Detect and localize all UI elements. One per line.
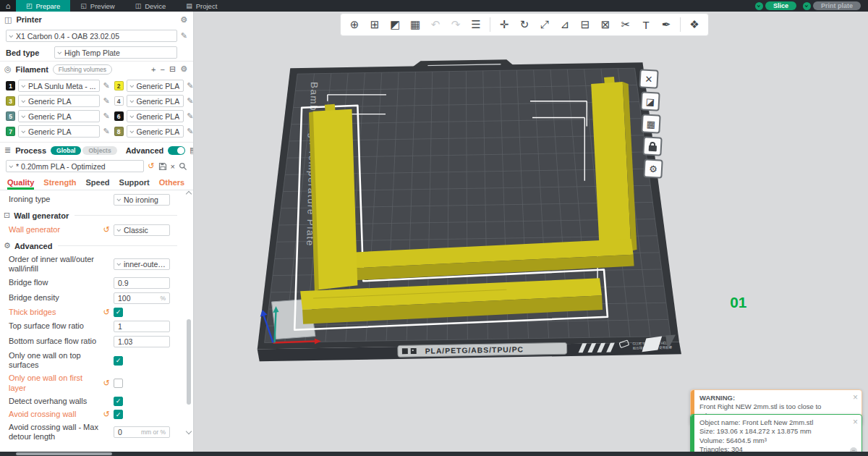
scope-objects-toggle[interactable]: Objects xyxy=(82,146,116,155)
printer-select[interactable]: X1 Carbon 0.4 - OAB 23.02.05 xyxy=(6,30,177,42)
filament-edit-icon[interactable]: ✎ xyxy=(187,81,193,90)
filament-color-badge[interactable]: 3 xyxy=(6,96,15,106)
save-preset-icon[interactable] xyxy=(158,162,167,171)
setting-dropdown[interactable]: No ironing xyxy=(114,194,170,206)
remove-filament-button[interactable]: − xyxy=(160,65,164,74)
setting-input[interactable]: 1.03 xyxy=(114,336,170,347)
filament-color-badge[interactable]: 2 xyxy=(114,81,124,90)
filament-select[interactable]: Generic PLA xyxy=(127,80,184,92)
close-icon[interactable]: × xyxy=(853,392,858,404)
clear-preset-icon[interactable]: × xyxy=(171,162,175,171)
plate-settings-button[interactable]: ⚙ xyxy=(643,159,663,178)
slice-options-dropdown[interactable] xyxy=(755,2,763,10)
filament-color-badge[interactable]: 5 xyxy=(6,111,15,121)
settings-scrollbar[interactable] xyxy=(185,190,192,435)
layers-icon[interactable]: ☰ xyxy=(467,15,485,34)
lock-plate-button[interactable] xyxy=(642,136,662,156)
process-tab-speed[interactable]: Speed xyxy=(86,178,110,190)
filament-edit-icon[interactable]: ✎ xyxy=(187,127,193,136)
print-plate-button[interactable]: Print plate xyxy=(813,1,861,10)
setting-checkbox[interactable]: ✓ xyxy=(114,308,123,317)
advanced-toggle[interactable] xyxy=(168,146,185,155)
paint-icon[interactable]: ✒ xyxy=(657,15,676,34)
filament-edit-icon[interactable]: ✎ xyxy=(187,111,193,121)
arrange-icon[interactable]: ▦ xyxy=(406,15,425,34)
setting-dropdown[interactable]: Classic xyxy=(114,224,170,236)
filament-color-badge[interactable]: 7 xyxy=(6,127,15,136)
reset-setting-icon[interactable]: ↺ xyxy=(103,379,109,388)
text-icon[interactable]: T xyxy=(637,15,655,34)
setting-input[interactable]: 100% xyxy=(114,292,170,304)
scrollbar-thumb[interactable] xyxy=(187,319,191,405)
rotate-icon[interactable]: ↻ xyxy=(515,15,534,34)
setting-input[interactable]: 0.9 xyxy=(114,277,170,289)
printer-edit-icon[interactable]: ✎ xyxy=(181,31,187,41)
filament-settings-gear-icon[interactable]: ⚙ xyxy=(180,64,187,74)
filament-color-badge[interactable]: 4 xyxy=(114,96,124,106)
filament-color-badge[interactable]: 1 xyxy=(6,81,15,90)
process-tab-quality[interactable]: Quality xyxy=(7,178,34,190)
setting-dropdown[interactable]: inner-outer-... xyxy=(114,258,170,270)
setting-checkbox[interactable]: ✓ xyxy=(114,397,123,406)
split-parts-icon[interactable]: ⊠ xyxy=(596,15,615,34)
filament-edit-icon[interactable]: ✎ xyxy=(103,127,109,136)
setting-checkbox[interactable] xyxy=(114,379,123,388)
filament-select[interactable]: Generic PLA xyxy=(18,110,100,122)
filament-select[interactable]: Generic PLA xyxy=(18,125,100,138)
viewport-3d[interactable]: Bambu High Temperature Plate xyxy=(194,12,868,452)
reset-preset-icon[interactable]: ↺ xyxy=(148,161,154,171)
reset-setting-icon[interactable]: ↺ xyxy=(103,225,109,235)
scroll-up-icon[interactable] xyxy=(186,191,192,197)
bottom-scrollbar[interactable] xyxy=(0,452,868,456)
tab-preview[interactable]: ◱Preview xyxy=(70,0,124,12)
filament-color-badge[interactable]: 8 xyxy=(114,127,124,136)
scroll-down-icon[interactable] xyxy=(186,428,192,434)
filament-color-badge[interactable]: 6 xyxy=(114,111,124,121)
home-button[interactable]: ⌂ xyxy=(0,0,16,12)
setting-input[interactable]: 0mm or % xyxy=(114,426,170,438)
cut-icon[interactable]: ✂ xyxy=(616,15,635,34)
slice-button[interactable]: Slice xyxy=(765,1,796,10)
printer-settings-gear-icon[interactable]: ⚙ xyxy=(180,15,187,25)
orient-plate-button[interactable]: ◪ xyxy=(640,91,660,111)
process-preset-select[interactable]: * 0.20mm PLA - Optimized xyxy=(6,160,144,172)
arrange-plate-button[interactable]: ▦ xyxy=(641,114,660,133)
setting-checkbox[interactable]: ✓ xyxy=(114,356,123,366)
bed-type-select[interactable]: High Temp Plate xyxy=(54,46,177,59)
filament-edit-icon[interactable]: ✎ xyxy=(103,96,109,106)
print-options-dropdown[interactable] xyxy=(803,2,811,10)
filament-select[interactable]: Generic PLA xyxy=(127,110,184,122)
filament-select[interactable]: Generic PLA xyxy=(127,95,184,107)
filament-edit-icon[interactable]: ✎ xyxy=(187,96,193,106)
search-icon[interactable] xyxy=(179,162,187,171)
split-objects-icon[interactable]: ⊟ xyxy=(576,15,595,34)
move-icon[interactable]: ✛ xyxy=(495,15,514,34)
parameter-list-icon[interactable]: ▤ xyxy=(190,145,194,155)
filament-select[interactable]: PLA Sunlu Meta - ... xyxy=(18,80,100,92)
reset-setting-icon[interactable]: ↺ xyxy=(103,410,109,419)
process-tab-strength[interactable]: Strength xyxy=(43,178,76,190)
delete-plate-button[interactable]: ✕ xyxy=(639,69,658,88)
scale-icon[interactable]: ⤢ xyxy=(535,15,554,34)
scope-global-toggle[interactable]: Global xyxy=(51,146,81,155)
setting-checkbox[interactable]: ✓ xyxy=(114,410,123,419)
tab-device[interactable]: ◫Device xyxy=(125,0,176,12)
tab-project[interactable]: ▤Project xyxy=(176,0,227,12)
tab-prepare[interactable]: ◰Prepare xyxy=(16,0,70,12)
close-icon[interactable]: × xyxy=(853,417,858,428)
auto-orient-icon[interactable]: ◩ xyxy=(386,15,404,34)
filament-select[interactable]: Generic PLA xyxy=(127,125,184,138)
process-tab-others[interactable]: Others xyxy=(159,178,184,190)
filament-edit-icon[interactable]: ✎ xyxy=(103,81,109,90)
ams-sync-icon[interactable]: ⊟ xyxy=(169,64,176,74)
filament-edit-icon[interactable]: ✎ xyxy=(103,111,109,121)
add-object-icon[interactable]: ⊕ xyxy=(345,15,364,34)
setting-input[interactable]: 1 xyxy=(114,321,170,332)
process-tab-support[interactable]: Support xyxy=(119,178,150,190)
place-on-face-icon[interactable]: ⊿ xyxy=(556,15,574,34)
add-plate-icon[interactable]: ⊞ xyxy=(365,15,384,34)
filament-select[interactable]: Generic PLA xyxy=(18,95,100,107)
assembly-icon[interactable]: ❖ xyxy=(685,15,704,34)
flushing-volumes-button[interactable]: Flushing volumes xyxy=(53,64,112,75)
add-filament-button[interactable]: + xyxy=(151,65,156,74)
